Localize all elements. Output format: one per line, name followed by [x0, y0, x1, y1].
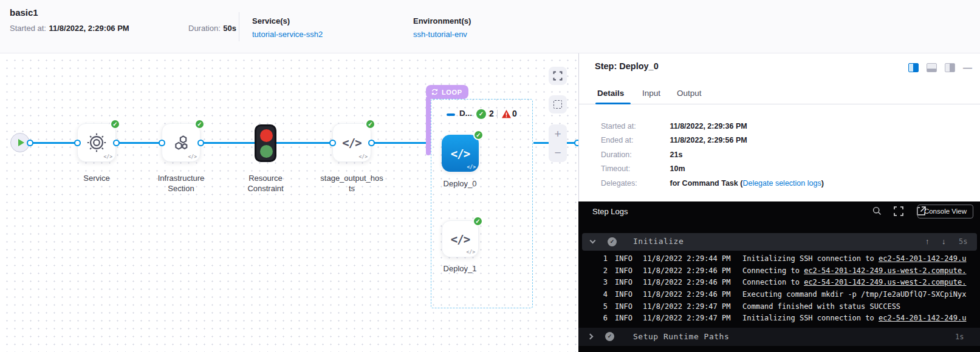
detail-row: Started at: 11/8/2022, 2:29:36 PM	[601, 122, 747, 130]
connector-port	[159, 140, 165, 146]
success-badge-icon: ✓	[110, 119, 120, 129]
edge	[116, 142, 162, 144]
log-line: 5INFO11/8/2022 2:29:47 PMCommand finishe…	[578, 301, 980, 313]
step-logs-panel: Step Logs Console View ✓ Initialize ↑ ↓ …	[578, 201, 980, 352]
connector-port	[368, 140, 375, 146]
marquee-icon	[553, 100, 562, 109]
detail-row: Ended at: 11/8/2022, 2:29:56 PM	[601, 136, 747, 144]
host-link[interactable]: ec2-54-201-142-249.us-west-2.compute.	[804, 266, 966, 275]
log-group-duration: 5s	[959, 237, 967, 246]
detail-row-delegates: Delegates: for Command Task (Delegate se…	[601, 179, 824, 188]
log-group-initialize[interactable]: ✓ Initialize ↑ ↓ 5s	[582, 233, 977, 251]
connector-port	[574, 140, 579, 146]
edge	[200, 142, 255, 144]
log-group-setup-runtime-paths[interactable]: ✓ Setup Runtime Paths 1s	[578, 328, 980, 346]
loop-icon	[431, 88, 439, 96]
node-deploy-0[interactable]: ✓ </> </>	[442, 135, 479, 172]
code-mini-icon: </>	[359, 154, 368, 160]
detail-row: Timeout: 10m	[601, 164, 685, 173]
log-group-name: Setup Runtime Paths	[633, 332, 729, 341]
node-stage-output-hosts[interactable]: ✓ </> </>	[332, 123, 371, 162]
service-link[interactable]: tutorial-service-ssh2	[252, 30, 323, 39]
failed-count: 0	[512, 109, 517, 118]
chevron-right-icon[interactable]	[588, 334, 594, 340]
success-count: 2	[489, 109, 494, 118]
chevron-down-icon[interactable]	[590, 238, 596, 244]
log-line: 6INFO11/8/2022 2:29:47 PMInitializing SS…	[578, 313, 980, 325]
node-deploy-1[interactable]: ✓ </> </>	[442, 220, 479, 257]
log-line: 4INFO11/8/2022 2:29:46 PMExecuting comma…	[578, 289, 980, 301]
step-title: Step: Deploy_0	[595, 61, 659, 71]
tab-input[interactable]: Input	[642, 89, 660, 98]
edge	[276, 142, 332, 144]
layout-bottom-icon[interactable]	[927, 63, 937, 72]
log-lines: 1INFO11/8/2022 2:29:44 PMInitializing SS…	[578, 253, 980, 325]
green-light-icon	[260, 145, 273, 158]
loop-badge[interactable]: LOOP	[426, 85, 468, 99]
node-label-stage-output-hosts: stage_output_hosts	[320, 173, 383, 194]
group-success-icon: ✓	[605, 332, 614, 341]
count-divider	[497, 110, 498, 118]
detail-row: Duration: 21s	[601, 151, 682, 159]
code-mini-icon: </>	[467, 164, 476, 170]
zoom-controls: + −	[549, 124, 567, 162]
host-link[interactable]: ec2-54-201-142-249.us-west-2.compute.	[804, 278, 966, 286]
success-badge-icon: ✓	[473, 216, 483, 226]
zoom-out-button[interactable]: −	[549, 143, 567, 162]
duration: Duration: 50s	[188, 22, 236, 33]
play-icon	[18, 139, 24, 146]
node-label-service: Service	[65, 173, 128, 183]
node-service[interactable]: ✓ </>	[77, 123, 116, 162]
pipeline-execution-page: basic1 Started at: 11/8/2022, 2:29:06 PM…	[0, 0, 980, 352]
tab-output[interactable]: Output	[677, 89, 702, 98]
warning-icon	[501, 109, 512, 119]
success-badge-icon: ✓	[473, 130, 484, 140]
layout-split-icon[interactable]	[908, 63, 919, 72]
edge	[371, 142, 426, 144]
marquee-select-button[interactable]	[549, 95, 567, 113]
environments-label: Environment(s)	[413, 16, 471, 25]
group-success-icon: ✓	[608, 237, 617, 246]
node-label-infrastructure: Infrastructure Section	[148, 173, 214, 194]
step-details-panel: Step: Deploy_0 — Details Input Output St…	[578, 53, 980, 201]
connector-port	[27, 140, 33, 146]
hexagons-icon	[171, 132, 191, 153]
code-mini-icon: </>	[104, 154, 112, 160]
expand-logs-icon[interactable]	[893, 206, 904, 217]
loop-group-box	[431, 99, 533, 308]
tab-details[interactable]: Details	[597, 89, 624, 98]
started-at: Started at: 11/8/2022, 2:29:06 PM	[10, 22, 129, 33]
scroll-down-icon[interactable]: ↓	[942, 237, 946, 246]
log-group-name: Initialize	[633, 237, 684, 246]
fullscreen-icon	[553, 71, 563, 81]
code-mini-icon: </>	[188, 154, 197, 160]
code-icon: </>	[451, 147, 470, 160]
zoom-in-button[interactable]: +	[549, 124, 567, 143]
log-group-duration: 1s	[955, 333, 964, 341]
code-icon: </>	[342, 136, 361, 149]
delegate-selection-logs-link[interactable]: Delegate selection logs	[742, 179, 821, 188]
host-link[interactable]: ec2-54-201-142-249.u	[879, 314, 967, 322]
log-line: 2INFO11/8/2022 2:29:46 PMConnecting to e…	[578, 265, 980, 277]
collapse-group-button[interactable]	[447, 113, 455, 116]
loop-badge-label: LOOP	[442, 89, 462, 96]
fit-view-button[interactable]	[549, 67, 567, 85]
code-icon: </>	[451, 232, 470, 246]
pipeline-title: basic1	[10, 7, 38, 18]
code-mini-icon: </>	[467, 249, 475, 255]
search-icon[interactable]	[872, 206, 882, 216]
step-logs-title: Step Logs	[592, 207, 628, 216]
host-link[interactable]: ec2-54-201-142-249.u	[879, 254, 967, 263]
environment-link[interactable]: ssh-tutorial-env	[413, 30, 467, 39]
connector-port	[329, 140, 336, 146]
red-light-icon	[260, 129, 273, 142]
layout-right-icon[interactable]	[945, 63, 955, 72]
scroll-up-icon[interactable]: ↑	[925, 237, 930, 246]
log-line: 3INFO11/8/2022 2:29:46 PMConnection to e…	[578, 277, 980, 289]
node-resource-constraint[interactable]	[255, 124, 276, 162]
console-view-button[interactable]: Console View	[917, 205, 973, 218]
minimize-icon[interactable]: —	[963, 63, 972, 72]
connector-port	[197, 140, 204, 146]
node-infrastructure[interactable]: ✓ </>	[162, 123, 200, 162]
pipeline-graph-canvas[interactable]: ✓ </> Service ✓ </> Infrastructure Secti…	[0, 53, 578, 352]
